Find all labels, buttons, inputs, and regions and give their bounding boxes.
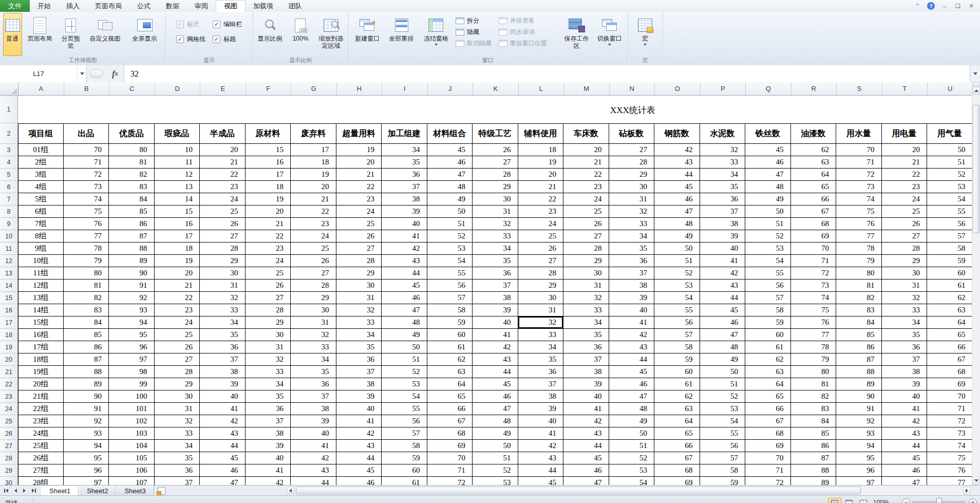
cell-N13[interactable]: 37 <box>609 267 655 280</box>
cell-E23[interactable]: 40 <box>200 390 246 403</box>
cell-D11[interactable]: 18 <box>155 243 200 255</box>
cell-O18[interactable]: 57 <box>654 329 700 341</box>
cell-O7[interactable]: 46 <box>654 193 700 206</box>
cell-B5[interactable]: 72 <box>64 169 109 181</box>
cell-Q21[interactable]: 63 <box>745 366 791 378</box>
cell-C22[interactable]: 99 <box>109 378 155 390</box>
cell-L28[interactable]: 43 <box>518 452 564 464</box>
cell-G21[interactable]: 35 <box>291 366 336 378</box>
cell-A28[interactable]: 26组 <box>18 452 64 464</box>
scroll-down-button[interactable] <box>973 477 979 485</box>
cell-R21[interactable]: 80 <box>791 366 837 378</box>
cell-R17[interactable]: 76 <box>791 316 837 329</box>
formula-input[interactable]: 32 <box>124 65 970 82</box>
cell-B10[interactable]: 77 <box>64 230 109 243</box>
cell-B18[interactable]: 85 <box>64 329 109 341</box>
cell-T10[interactable]: 27 <box>882 230 928 243</box>
cell-S3[interactable]: 70 <box>836 144 882 156</box>
cell-G23[interactable]: 37 <box>291 390 336 403</box>
page-layout-view-button[interactable]: 页面布局 <box>22 13 58 56</box>
column-header-P[interactable]: P <box>701 82 746 96</box>
cell-A26[interactable]: 24组 <box>18 427 64 440</box>
hide-button[interactable]: 隐藏 <box>454 27 497 36</box>
cell-R22[interactable]: 81 <box>791 378 837 390</box>
cell-K16[interactable]: 39 <box>473 304 518 316</box>
cell-E24[interactable]: 41 <box>200 403 246 415</box>
cell-D7[interactable]: 14 <box>155 193 200 206</box>
cell-M26[interactable]: 43 <box>563 427 609 440</box>
cell-P4[interactable]: 33 <box>700 156 746 169</box>
cell-F29[interactable]: 41 <box>246 464 291 477</box>
cell-K20[interactable]: 43 <box>473 353 518 366</box>
cell-Q27[interactable]: 69 <box>745 440 791 452</box>
cell-P17[interactable]: 46 <box>700 316 746 329</box>
cell-Q18[interactable]: 60 <box>745 329 791 341</box>
cell-L7[interactable]: 22 <box>518 193 564 206</box>
switch-windows-button[interactable]: 切换窗口 <box>592 13 628 56</box>
custom-views-button[interactable]: 自定义视图 <box>84 13 127 56</box>
cell-M24[interactable]: 41 <box>563 403 609 415</box>
cell-S6[interactable]: 73 <box>836 181 882 193</box>
cell-S5[interactable]: 72 <box>836 169 882 181</box>
cell-O20[interactable]: 59 <box>654 353 700 366</box>
cell-F12[interactable]: 24 <box>246 255 291 267</box>
cell-U23[interactable]: 70 <box>927 390 972 403</box>
cell-H28[interactable]: 44 <box>336 452 382 464</box>
column-header-I[interactable]: I <box>382 82 428 96</box>
cell-I15[interactable]: 46 <box>382 292 427 304</box>
cell-U26[interactable]: 73 <box>927 427 972 440</box>
cell-S16[interactable]: 83 <box>836 304 882 316</box>
cell-D29[interactable]: 36 <box>155 464 200 477</box>
cell-E30[interactable]: 47 <box>200 477 246 485</box>
cell-E8[interactable]: 25 <box>200 206 246 218</box>
header-cell-L2[interactable]: 辅料使用 <box>518 123 564 144</box>
cell-H9[interactable]: 25 <box>336 218 382 230</box>
cell-Q13[interactable]: 55 <box>745 267 791 280</box>
cell-N18[interactable]: 42 <box>609 329 655 341</box>
cell-P30[interactable]: 59 <box>700 477 746 485</box>
cell-M8[interactable]: 25 <box>563 206 609 218</box>
cell-L10[interactable]: 25 <box>518 230 564 243</box>
cell-M13[interactable]: 30 <box>563 267 609 280</box>
cell-Q14[interactable]: 56 <box>745 280 791 292</box>
full-screen-button[interactable]: 全屏显示 <box>127 13 163 56</box>
cell-E27[interactable]: 44 <box>200 440 246 452</box>
cell-F6[interactable]: 18 <box>246 181 291 193</box>
cell-Q17[interactable]: 59 <box>745 316 791 329</box>
tab-formulas[interactable]: 公式 <box>129 0 158 12</box>
reset-window-position-button[interactable]: 重设窗口位置 <box>497 39 561 48</box>
cell-B15[interactable]: 82 <box>64 292 109 304</box>
cell-M5[interactable]: 22 <box>563 169 609 181</box>
cell-B22[interactable]: 89 <box>64 378 109 390</box>
cell-C5[interactable]: 82 <box>109 169 155 181</box>
cell-J23[interactable]: 65 <box>427 390 473 403</box>
cell-Q12[interactable]: 54 <box>745 255 791 267</box>
cell-O13[interactable]: 52 <box>654 267 700 280</box>
cell-N14[interactable]: 38 <box>609 280 655 292</box>
ruler-checkbox[interactable]: ✓ 标尺 <box>176 20 205 29</box>
cell-L9[interactable]: 24 <box>518 218 564 230</box>
cell-K9[interactable]: 32 <box>473 218 518 230</box>
cell-O8[interactable]: 47 <box>654 206 700 218</box>
row-header-20[interactable]: 20 <box>0 353 18 366</box>
cell-P24[interactable]: 53 <box>700 403 746 415</box>
cell-Q20[interactable]: 62 <box>745 353 791 366</box>
cell-J10[interactable]: 52 <box>427 230 473 243</box>
column-header-R[interactable]: R <box>791 82 837 96</box>
cell-C19[interactable]: 96 <box>109 341 155 353</box>
name-box-dropdown[interactable] <box>78 65 87 82</box>
row-header-11[interactable]: 11 <box>0 243 18 255</box>
cell-I14[interactable]: 45 <box>382 280 427 292</box>
cell-E22[interactable]: 39 <box>200 378 246 390</box>
cell-S13[interactable]: 80 <box>836 267 882 280</box>
cell-D30[interactable]: 37 <box>155 477 200 485</box>
column-header-O[interactable]: O <box>655 82 701 96</box>
cell-M6[interactable]: 23 <box>563 181 609 193</box>
cell-L14[interactable]: 29 <box>518 280 564 292</box>
cell-T26[interactable]: 43 <box>882 427 928 440</box>
cell-Q6[interactable]: 48 <box>745 181 791 193</box>
cell-F8[interactable]: 20 <box>246 206 291 218</box>
cell-L12[interactable]: 27 <box>518 255 564 267</box>
cell-G11[interactable]: 25 <box>291 243 336 255</box>
cell-E12[interactable]: 29 <box>200 255 246 267</box>
